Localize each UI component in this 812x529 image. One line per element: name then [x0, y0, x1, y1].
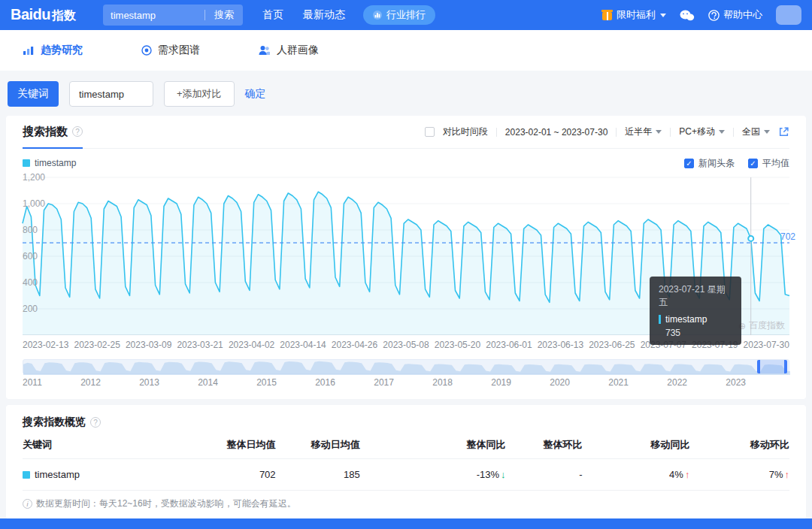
- timeline-year-label: 2019: [491, 377, 511, 388]
- trend-card-title: 搜索指数: [23, 125, 68, 139]
- help-question-icon[interactable]: ?: [72, 126, 83, 137]
- x-axis-label: 2023-07-30: [744, 340, 789, 350]
- timeline-year-label: 2023: [726, 377, 746, 388]
- compare-period-label: 对比时间段: [443, 125, 488, 138]
- overview-title: 搜索指数概览: [23, 416, 86, 429]
- x-axis-label: 2023-03-09: [126, 340, 171, 350]
- mobile-yoy-value: 4%↑: [583, 469, 690, 480]
- nav-news[interactable]: 最新动态: [303, 8, 345, 22]
- confirm-button[interactable]: 确定: [245, 87, 266, 101]
- news-toggle-label: 新闻头条: [698, 157, 735, 170]
- top-navbar: Baidu 指数 搜索 首页 最新动态 行业排行 限时福利 帮助中心: [0, 0, 812, 30]
- timeline-year-label: 2011: [23, 377, 42, 388]
- help-center-label: 帮助中心: [723, 8, 762, 22]
- info-icon: i: [23, 499, 32, 509]
- timeline-year-label: 2015: [256, 377, 277, 388]
- timeline-year-label: 2012: [80, 377, 101, 388]
- ranking-icon: [373, 11, 382, 20]
- data-update-note: i 数据更新时间：每天12~16时，受数据波动影响，可能会有延迟。: [23, 497, 789, 510]
- trend-card-header: 搜索指数 ? 对比时间段 2023-02-01 ~ 2023-07-30 近半年…: [23, 116, 789, 149]
- keyword-bar: 关键词 +添加对比 确定: [8, 81, 804, 107]
- people-icon: [259, 45, 271, 56]
- search-input[interactable]: [103, 10, 205, 21]
- promo-link[interactable]: 限时福利: [602, 8, 666, 22]
- add-compare-button[interactable]: +添加对比: [164, 81, 235, 107]
- col-overall-yoy: 整体同比: [360, 438, 506, 452]
- trend-line-chart[interactable]: [23, 177, 789, 335]
- timeline-year-label: 2022: [667, 377, 687, 388]
- wechat-icon[interactable]: [680, 10, 695, 21]
- timeline-selection-handle[interactable]: [757, 360, 787, 373]
- tab-trend-research[interactable]: 趋势研究: [23, 44, 83, 57]
- keyword-button[interactable]: 关键词: [8, 81, 59, 107]
- nav-right-cluster: 限时福利 帮助中心: [602, 5, 801, 25]
- region-value: 全国: [742, 125, 760, 138]
- chevron-down-icon: [764, 130, 770, 134]
- gift-icon: [602, 12, 612, 20]
- keyword-input[interactable]: [69, 81, 153, 107]
- chart-legend: timestamp ✓ 新闻头条 ✓ 平均值: [23, 158, 789, 168]
- col-mobile-yoy: 移动同比: [583, 438, 690, 452]
- x-axis-label: 2023-02-25: [74, 340, 120, 350]
- date-range-value[interactable]: 2023-02-01 ~ 2023-07-30: [505, 127, 607, 138]
- x-axis-label: 2023-03-21: [177, 340, 223, 350]
- news-toggle[interactable]: ✓ 新闻头条: [684, 157, 735, 170]
- x-axis-label: 2023-02-13: [23, 340, 68, 350]
- col-keyword: 关键词: [23, 438, 199, 452]
- tab-label: 趋势研究: [41, 44, 83, 57]
- baidu-index-logo[interactable]: Baidu 指数: [11, 6, 76, 24]
- timeline-year-label: 2013: [139, 377, 159, 388]
- percent-value: 7%: [769, 469, 783, 480]
- timeline-slider[interactable]: [23, 359, 789, 374]
- help-icon: [708, 10, 720, 21]
- series-color-swatch: [23, 471, 30, 479]
- trend-plot-area[interactable]: 2004006008001,0001,200 702 2023-07-21 星期…: [23, 177, 789, 335]
- timeline-sparkline: [23, 360, 790, 375]
- time-range-select[interactable]: 近半年: [625, 125, 662, 138]
- overall-mom-value: -: [506, 469, 583, 480]
- module-tabs: 趋势研究 需求图谱 人群画像: [0, 30, 812, 71]
- overview-table-header: 关键词 整体日均值 移动日均值 整体同比 整体环比 移动同比 移动环比: [23, 438, 789, 459]
- industry-rank-button[interactable]: 行业排行: [363, 5, 435, 25]
- series-legend-label[interactable]: timestamp: [35, 158, 76, 168]
- x-axis-label: 2023-04-02: [229, 340, 274, 350]
- trend-title-wrap: 搜索指数 ?: [23, 116, 83, 149]
- average-toggle[interactable]: ✓ 平均值: [748, 157, 789, 170]
- help-center-link[interactable]: 帮助中心: [708, 8, 762, 22]
- chevron-down-icon: [719, 130, 725, 134]
- series-color-swatch: [23, 159, 30, 167]
- industry-rank-label: 行业排行: [386, 8, 426, 22]
- x-axis-label: 2023-06-13: [538, 340, 583, 350]
- mobile-mom-value: 7%↑: [689, 469, 789, 480]
- search-button[interactable]: 搜索: [205, 8, 243, 22]
- percent-value: 4%: [669, 469, 683, 480]
- tab-demand-graph[interactable]: 需求图谱: [141, 44, 200, 57]
- chevron-down-icon: [660, 14, 666, 17]
- timeline-year-labels: 2011201220132014201520162017201820192020…: [23, 377, 746, 388]
- timeline-year-label: 2016: [315, 377, 335, 388]
- external-link-icon[interactable]: [778, 126, 789, 138]
- help-question-icon[interactable]: ?: [90, 417, 101, 428]
- compare-period-checkbox[interactable]: [425, 127, 435, 137]
- device-select[interactable]: PC+移动: [679, 125, 725, 138]
- promo-label: 限时福利: [617, 8, 656, 22]
- radar-target-icon: [141, 45, 152, 56]
- nav-home[interactable]: 首页: [262, 8, 283, 22]
- region-select[interactable]: 全国: [742, 125, 770, 138]
- avatar[interactable]: [776, 5, 801, 25]
- timeline-year-label: 2014: [198, 377, 218, 388]
- timeline-year-label: 2021: [608, 377, 629, 388]
- divider: [670, 128, 671, 137]
- col-overall-daily: 整体日均值: [199, 438, 276, 452]
- index-overview-card: 搜索指数概览 ? 关键词 整体日均值 移动日均值 整体同比 整体环比 移动同比 …: [6, 405, 806, 519]
- average-toggle-label: 平均值: [762, 157, 789, 170]
- keyword-cell: timestamp: [23, 469, 199, 480]
- tab-label: 人群画像: [277, 44, 319, 57]
- timeline-year-label: 2018: [432, 377, 453, 388]
- col-mobile-mom: 移动环比: [689, 438, 789, 452]
- tab-audience-profile[interactable]: 人群画像: [259, 44, 319, 57]
- trend-card-controls: 对比时间段 2023-02-01 ~ 2023-07-30 近半年 PC+移动 …: [425, 125, 789, 138]
- x-axis-label: 2023-04-14: [280, 340, 326, 350]
- divider: [496, 128, 497, 137]
- x-axis-label: 2023-07-07: [641, 340, 686, 350]
